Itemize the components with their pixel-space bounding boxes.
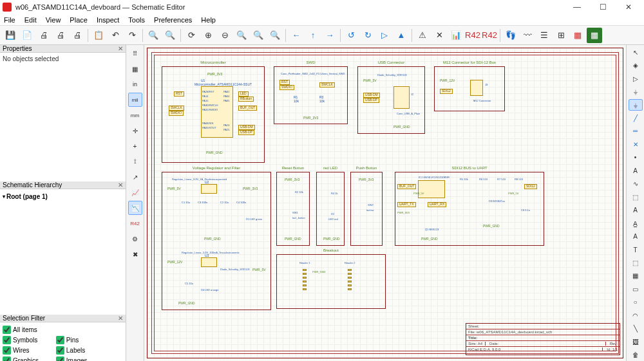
tool-zoom-sel[interactable]: 🔍 — [267, 28, 283, 43]
mcu-net-buf[interactable]: BUF_OUT — [238, 106, 257, 111]
rt-symbol[interactable]: ▷ — [629, 73, 643, 84]
sdi-tx[interactable]: UART_TX — [397, 202, 416, 207]
mcu-net-rst[interactable]: RST — [174, 91, 184, 97]
tool-find[interactable]: 🔍 — [146, 28, 161, 43]
lt-direction[interactable]: ↗ — [128, 170, 142, 184]
tool-zoom-out[interactable]: ⊖ — [217, 28, 232, 43]
rt-bus[interactable]: ═ — [629, 125, 643, 137]
m12-sdi12[interactable]: SDI12 — [440, 89, 453, 94]
tool-zoom-fit[interactable]: 🔍 — [234, 28, 249, 43]
tool-annotate2[interactable]: R42 — [482, 28, 497, 43]
tool-rotate-ccw[interactable]: ↺ — [343, 28, 359, 43]
tool-rotate-cw[interactable]: ↻ — [360, 28, 375, 43]
rt-netclass[interactable]: ∿ — [629, 178, 643, 190]
lt-settings[interactable]: ✖ — [128, 247, 142, 261]
tool-plot[interactable]: 🖨 — [53, 28, 68, 43]
swd-net-swclk[interactable]: SWCLK — [319, 82, 335, 88]
rt-line[interactable]: ╲ — [629, 323, 643, 335]
lt-units-mm[interactable]: mm — [128, 108, 142, 122]
rt-hier-label[interactable]: A — [629, 204, 643, 216]
tool-undo[interactable]: ↶ — [108, 28, 123, 43]
rt-hier-sheet[interactable]: A̲ — [629, 218, 643, 229]
block-m12[interactable]: M12 Connector for SDI-12 Bus J3 M12 Conn… — [434, 66, 505, 111]
lt-cursor-small[interactable]: + — [128, 139, 142, 153]
window-maximize[interactable]: ☐ — [590, 3, 616, 12]
window-minimize[interactable]: — — [564, 3, 590, 12]
tool-mirror-h[interactable]: ▲ — [393, 28, 409, 43]
tool-bom[interactable]: ☰ — [536, 28, 552, 43]
reg1-symbol[interactable] — [201, 184, 217, 194]
tool-mirror-v[interactable]: ▷ — [377, 28, 392, 43]
tool-sim2[interactable]: 〰 — [520, 28, 535, 43]
menu-view[interactable]: View — [46, 16, 61, 24]
tool-sheet-settings[interactable]: 📄 — [19, 28, 35, 43]
tool-refresh[interactable]: ⟳ — [184, 28, 199, 43]
filter-images[interactable]: Images — [56, 356, 108, 361]
schematic-canvas[interactable]: Microcontroller U1 Microcontroller_ATSAM… — [147, 48, 623, 358]
block-mcu[interactable]: Microcontroller U1 Microcontroller_ATSAM… — [162, 66, 265, 163]
rt-label[interactable]: A — [629, 165, 643, 176]
rt-junction[interactable]: • — [629, 152, 643, 163]
lt-erc-toggle[interactable]: R42 — [128, 216, 142, 230]
usb-dp[interactable]: USB-DP — [363, 98, 379, 103]
mcu-net-dm[interactable]: USB-DM — [238, 125, 255, 130]
tool-noerc[interactable]: ✕ — [431, 28, 447, 43]
tool-zoom-in[interactable]: ⊕ — [200, 28, 216, 43]
rt-image[interactable]: 🖼 — [629, 336, 643, 347]
rt-import[interactable]: A — [629, 230, 643, 242]
menu-edit[interactable]: Edit — [24, 16, 37, 24]
block-pbtn[interactable]: Push Button PWR_3V3 SW2 tactsw — [350, 172, 383, 246]
filter-symbols[interactable]: Symbols — [3, 336, 54, 344]
menu-preferences[interactable]: Preferences — [154, 16, 192, 24]
tool-footprint[interactable]: 👣 — [503, 28, 518, 43]
block-sdi[interactable]: SDI12 BUS to UART IC1 SN74LVC1G125DBVR B… — [395, 172, 544, 246]
lt-units-mil[interactable]: mil — [128, 93, 142, 107]
swd-net-swdio[interactable]: SWDIO — [279, 85, 294, 90]
title-block[interactable]: Sheet: File: w06_ATSAMD11C14A_devboard.k… — [466, 323, 620, 355]
menu-help[interactable]: Help — [201, 16, 216, 24]
hierarchy-close-icon[interactable]: ✕ — [118, 181, 123, 189]
lt-plot1[interactable]: 📈 — [128, 185, 142, 199]
window-close[interactable]: ✕ — [616, 3, 641, 12]
mcu-net-swclk[interactable]: SWCLK — [169, 106, 184, 111]
rt-global-label[interactable]: ⬚ — [629, 191, 643, 203]
sdi-sdi12[interactable]: SDI12 — [524, 184, 537, 189]
rt-table[interactable]: ▦ — [629, 270, 643, 282]
tool-save[interactable]: 💾 — [3, 28, 18, 43]
lt-grid-dots[interactable]: ⠿ — [128, 46, 142, 60]
reg2-symbol[interactable] — [201, 257, 217, 267]
tool-print[interactable]: 🖨 — [36, 28, 52, 43]
sdi-rx[interactable]: UART_RX — [428, 202, 446, 207]
hierarchy-collapse-icon[interactable]: ▾ — [3, 194, 5, 199]
mcu-net-dp[interactable]: USB-DP — [238, 130, 254, 135]
tool-netlist[interactable]: ▦ — [570, 28, 585, 43]
rt-arc[interactable]: ◠ — [629, 310, 643, 321]
mcu-net-rbtn[interactable]: RButton — [238, 97, 254, 102]
filter-pins[interactable]: Pins — [56, 336, 108, 344]
sdi-ic[interactable] — [418, 180, 445, 198]
lt-script[interactable]: ⚙ — [128, 232, 142, 246]
lt-grid-lines[interactable]: ▦ — [128, 62, 142, 76]
m12-symbol[interactable] — [470, 80, 483, 96]
tool-redo[interactable]: ↷ — [124, 28, 140, 43]
tool-nav-up[interactable]: ↑ — [305, 28, 321, 43]
tool-nav-fwd[interactable]: → — [322, 28, 337, 43]
rt-circle[interactable]: ○ — [629, 297, 643, 308]
lt-plot2[interactable]: 📉 — [128, 201, 142, 215]
block-usb[interactable]: USB Connector Diode_Schottky_SOD123 J2 C… — [357, 66, 425, 134]
block-reg[interactable]: Voltage Regulator and Filter Regulator_L… — [162, 172, 271, 310]
rt-noconnect[interactable]: ✕ — [629, 138, 643, 150]
rt-rect[interactable]: ▭ — [629, 283, 643, 295]
tool-plot2[interactable]: 🖨 — [70, 28, 85, 43]
rt-power[interactable]: ⏚ — [629, 86, 643, 97]
filter-graphics[interactable]: Graphics — [3, 356, 54, 361]
menu-tools[interactable]: Tools — [128, 16, 145, 24]
tool-nav-back[interactable]: ← — [289, 28, 304, 43]
filter-wires[interactable]: Wires — [3, 346, 54, 355]
menu-inspect[interactable]: Inspect — [97, 16, 119, 24]
block-swd[interactable]: SWD Conn_PinHeader_SWD_2x02_P2.54mm_Vert… — [274, 66, 348, 124]
menu-place[interactable]: Place — [70, 16, 88, 24]
filter-labels[interactable]: Labels — [56, 346, 108, 355]
tool-annotate[interactable]: R42 — [465, 28, 480, 43]
tool-export[interactable]: ⊞ — [553, 28, 569, 43]
